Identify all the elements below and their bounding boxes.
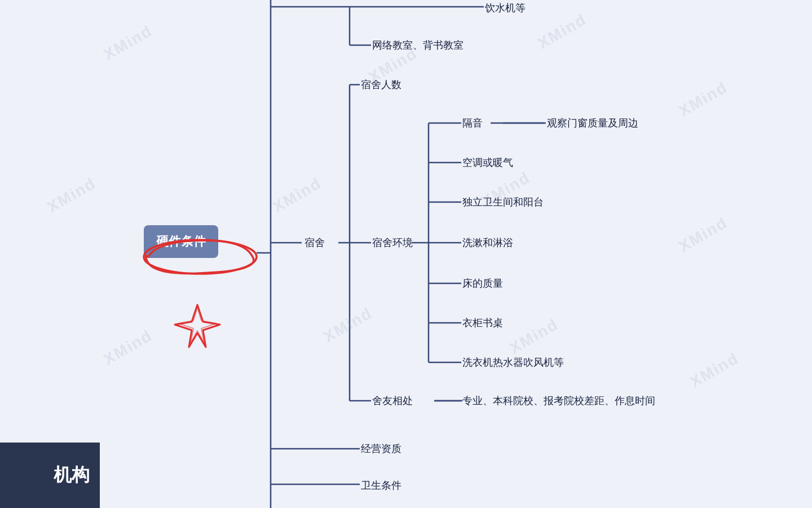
node-dorm-env: 宿舍环境 [372,236,413,249]
node-qualification: 经营资质 [361,442,401,456]
node-bathroom: 独立卫生间和阳台 [462,195,544,209]
node-hygiene: 卫生条件 [361,479,401,492]
node-appliances: 洗衣机热水器吹风机等 [462,356,564,369]
node-roommate-detail: 专业、本科院校、报考院校差距、作息时间 [462,394,655,408]
node-soundproof: 隔音 [462,116,483,130]
node-dorm-count: 宿舍人数 [361,78,401,91]
node-dorm: 宿舍 [304,236,325,249]
central-node[interactable]: 硬件条件 [144,225,218,258]
bottom-institution-node: 机构 [0,443,100,508]
node-wash: 洗漱和淋浴 [462,236,513,249]
mindmap-container: XMind XMind XMind XMind XMind XMind XMin… [0,0,812,508]
dash-soundproof [491,116,547,130]
mindmap-lines [0,0,812,508]
node-ac: 空调或暖气 [462,156,513,169]
node-roommate: 舍友相处 [372,394,413,408]
dash-roommate [434,394,465,408]
node-soundproof-detail: 观察门窗质量及周边 [547,116,638,130]
node-wardrobe: 衣柜书桌 [462,316,503,330]
node-network: 网络教室、背书教室 [372,38,464,52]
node-bed: 床的质量 [462,277,503,290]
bottom-institution-label: 机构 [54,463,90,488]
node-drink: 饮水机等 [485,1,526,15]
